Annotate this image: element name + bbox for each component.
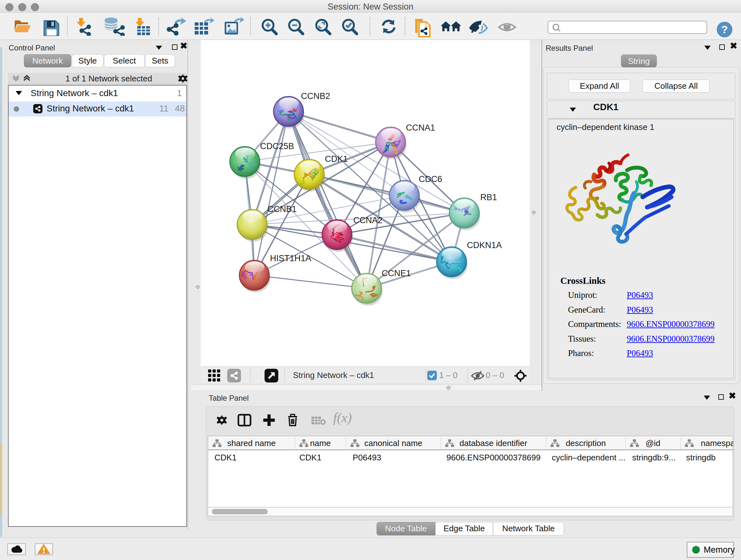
svg-text:CCNE1: CCNE1 (382, 268, 411, 278)
svg-text:CDK1: CDK1 (325, 154, 348, 164)
svg-text:CCNB2: CCNB2 (301, 91, 330, 101)
svg-text:CCNA1: CCNA1 (406, 123, 435, 132)
svg-text:CDKN1A: CDKN1A (467, 240, 502, 250)
svg-text:RB1: RB1 (480, 192, 497, 202)
svg-text:CDC6: CDC6 (419, 174, 442, 184)
svg-text:CCNB1: CCNB1 (267, 204, 297, 214)
svg-text:HIST1H1A: HIST1H1A (270, 253, 311, 263)
svg-text:CCNA2: CCNA2 (353, 215, 383, 225)
svg-text:CDC25B: CDC25B (260, 141, 294, 151)
